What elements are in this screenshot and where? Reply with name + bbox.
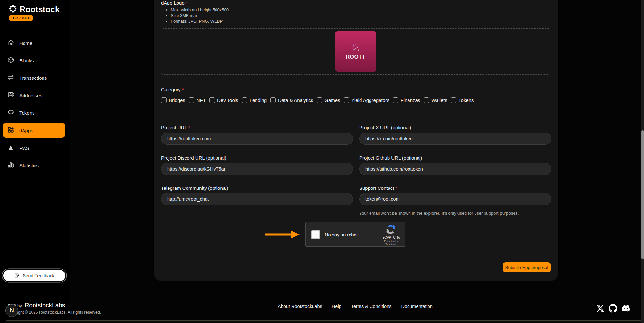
telegram-community-input[interactable] (161, 193, 353, 205)
brand-name: Rootstock (20, 5, 60, 14)
sidebar-nav: Home Blocks Transactions Addresses Token… (0, 36, 70, 176)
required-asterisk: * (186, 0, 188, 5)
recaptcha-checkbox[interactable] (311, 230, 320, 239)
footer-link-terms[interactable]: Terms & Conditions (351, 304, 392, 309)
category-checkbox[interactable] (451, 97, 456, 103)
project-github-url-input[interactable] (359, 163, 551, 175)
rootstock-flower-icon (8, 4, 17, 14)
category-option[interactable]: Bridges (161, 97, 185, 103)
category-label: Category* (161, 87, 184, 92)
footer-link-about[interactable]: About RootstockLabs (278, 304, 322, 309)
sidebar-item-label: Tokens (19, 110, 35, 115)
sidebar-item-label: Transactions (19, 75, 47, 81)
company-name: RootstockLabs (25, 302, 65, 309)
submit-dapp-proposal-button[interactable]: Submit dApp proposal (503, 262, 551, 272)
logo-requirements: Max. width and height 500x500 Size 3MB m… (166, 7, 229, 24)
sidebar-item-blocks[interactable]: Blocks (3, 53, 65, 68)
category-option[interactable]: Finanzas (393, 97, 420, 103)
logo-dropzone[interactable]: ♘ ROOTT (161, 28, 550, 75)
send-feedback-button[interactable]: Send Feedback (3, 270, 65, 281)
required-asterisk: * (182, 87, 184, 92)
support-contact-input[interactable] (359, 193, 551, 205)
id-card-icon (7, 91, 14, 99)
project-url-label: Project URL* (161, 125, 190, 130)
category-checkbox[interactable] (270, 97, 276, 103)
dapp-logo-preview: ♘ ROOTT (335, 31, 376, 72)
project-discord-url-input[interactable] (161, 163, 353, 175)
sidebar-item-home[interactable]: Home (3, 36, 65, 50)
sidebar-item-label: dApps (19, 128, 33, 133)
knight-icon: ♘ (351, 43, 360, 53)
recaptcha-label: No soy un robot (325, 232, 358, 237)
sidebar-item-statistics[interactable]: Statistics (3, 158, 65, 172)
category-option[interactable]: Yield Aggregators (344, 97, 389, 103)
footer-links: About RootstockLabs Help Terms & Conditi… (278, 304, 433, 309)
category-checkbox[interactable] (189, 97, 194, 103)
footer: Built by RootstockLabs Copyright © 2026 … (0, 296, 644, 323)
category-option[interactable]: Dev Tools (209, 97, 238, 103)
swap-arrows-icon (7, 74, 14, 82)
sidebar-item-addresses[interactable]: Addresses (3, 88, 65, 102)
category-checkbox[interactable] (344, 97, 349, 103)
github-icon[interactable] (609, 304, 617, 313)
sidebar-item-label: RAS (19, 145, 29, 151)
scrollbar-thumb[interactable] (641, 130, 644, 259)
discord-icon[interactable] (621, 304, 631, 313)
brand-logo[interactable]: Rootstock (8, 4, 60, 14)
category-checkbox[interactable] (424, 97, 429, 103)
social-links (596, 304, 631, 313)
home-icon (7, 39, 14, 47)
sidebar-item-label: Statistics (19, 163, 39, 168)
logo-requirement: Size 3MB max (171, 13, 229, 19)
sidebar-item-label: Home (19, 41, 32, 46)
bar-chart-icon (7, 162, 14, 169)
sidebar-item-label: Blocks (19, 58, 34, 63)
category-option[interactable]: Lending (242, 97, 267, 103)
logo-requirement: Max. width and height 500x500 (171, 7, 229, 13)
category-option[interactable]: Games (317, 97, 340, 103)
telegram-community-label: Telegram Community (optional) (161, 185, 229, 191)
logo-requirement: Formats: JPG, PNG, WEBP (171, 18, 229, 24)
sidebar-item-transactions[interactable]: Transactions (3, 71, 65, 85)
dapp-proposal-form: dApp Logo* Max. width and height 500x500… (154, 0, 558, 281)
recaptcha-logo-icon (386, 230, 396, 235)
project-github-url-label: Project Github URL (optional) (359, 155, 423, 161)
category-checkbox[interactable] (209, 97, 215, 103)
notification-widget[interactable]: N (5, 304, 18, 317)
sidebar-item-dapps[interactable]: dApps (3, 123, 65, 138)
copyright-text: Copyright © 2026 RootstockLabs. All righ… (6, 310, 101, 315)
pointer-arrow-icon (264, 230, 300, 240)
category-checkbox[interactable] (161, 97, 167, 103)
feedback-note-icon (14, 272, 20, 279)
dapp-logo-name: ROOTT (346, 54, 366, 60)
category-option[interactable]: Wallets (424, 97, 447, 103)
category-checkbox[interactable] (317, 97, 322, 103)
category-option[interactable]: Data & Analytics (270, 97, 313, 103)
bottom-panel-edge (5, 320, 644, 323)
recaptcha-links[interactable]: Privacidad - Términos (380, 240, 401, 245)
project-x-url-label: Project X URL (optional) (359, 125, 412, 130)
project-url-input[interactable] (161, 133, 353, 145)
category-checkbox[interactable] (242, 97, 247, 103)
sidebar: Rootstock TESTNET Home Blocks Transactio… (0, 0, 70, 323)
dapp-logo-label: dApp Logo* (161, 0, 187, 5)
send-feedback-label: Send Feedback (23, 273, 54, 278)
category-option[interactable]: NFT (189, 97, 206, 103)
cube-icon (7, 57, 14, 64)
footer-link-help[interactable]: Help (332, 304, 341, 309)
sidebar-item-tokens[interactable]: Tokens (3, 106, 65, 120)
support-helper-text: Your email won't be shown in the explore… (359, 211, 551, 216)
sidebar-item-label: Addresses (19, 93, 42, 98)
testnet-badge: TESTNET (9, 15, 33, 21)
x-icon[interactable] (596, 304, 604, 312)
recaptcha-widget: No soy un robot reCAPTCHA Privacidad - T… (305, 222, 405, 247)
page: Rootstock TESTNET Home Blocks Transactio… (0, 0, 644, 323)
category-option[interactable]: Tokens (451, 97, 474, 103)
footer-link-documentation[interactable]: Documentation (401, 304, 433, 309)
support-contact-label: Support Contact* (359, 185, 397, 191)
project-x-url-input[interactable] (359, 133, 551, 145)
coin-icon (7, 109, 14, 116)
sidebar-item-ras[interactable]: RAS (3, 141, 65, 155)
grid-plus-icon (7, 126, 14, 134)
category-checkbox[interactable] (393, 97, 398, 103)
